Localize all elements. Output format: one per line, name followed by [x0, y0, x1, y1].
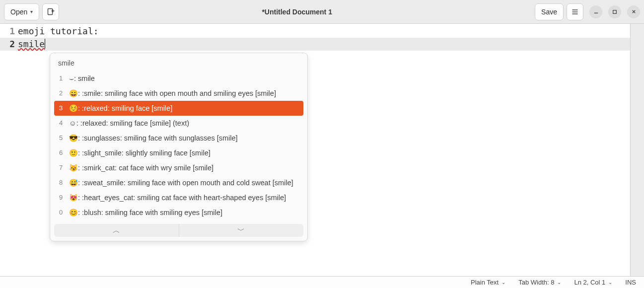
- minimize-icon: [593, 9, 599, 14]
- completion-item[interactable]: 8😅: :sweat_smile: smiling face with open…: [54, 175, 303, 190]
- chevron-down-icon: ⌄: [501, 280, 505, 285]
- hamburger-menu-button[interactable]: [567, 3, 583, 20]
- line-number: 2: [0, 38, 17, 51]
- editor-line[interactable]: smile: [17, 38, 644, 51]
- completion-item-text: 😄: :smile: smiling face with open mouth …: [69, 88, 276, 98]
- page-up-button[interactable]: ︿: [54, 224, 179, 237]
- completion-item-number: 1: [59, 73, 64, 83]
- completion-item-number: 5: [59, 133, 64, 143]
- chevron-down-icon: ﹀: [237, 226, 245, 235]
- tab-width-label: Tab Width: 8: [518, 279, 554, 286]
- statusbar: Plain Text ⌄ Tab Width: 8 ⌄ Ln 2, Col 1 …: [0, 276, 644, 288]
- svg-rect-0: [48, 8, 53, 14]
- chevron-down-icon: ⌄: [557, 280, 561, 285]
- completion-item[interactable]: 9😻: :heart_eyes_cat: smiling cat face wi…: [54, 190, 303, 205]
- page-down-button[interactable]: ﹀: [179, 224, 304, 237]
- hamburger-icon: [571, 8, 579, 16]
- window-title: *Untitled Document 1: [62, 8, 532, 16]
- syntax-mode-selector[interactable]: Plain Text ⌄: [471, 279, 505, 286]
- completion-item-number: 9: [59, 193, 64, 203]
- completion-item-text: 😊: :blush: smiling face with smiling eye…: [69, 208, 222, 217]
- insert-mode-indicator[interactable]: INS: [625, 279, 636, 286]
- completion-item-number: 0: [59, 208, 64, 217]
- completion-item-number: 8: [59, 178, 64, 188]
- completion-item-text: ⌣: smile: [69, 73, 95, 83]
- editor-line[interactable]: emoji tutorial:: [17, 25, 644, 38]
- syntax-mode-label: Plain Text: [471, 279, 499, 286]
- completion-query: smile: [54, 57, 303, 71]
- chevron-down-icon: ▾: [30, 9, 33, 14]
- new-document-icon: [47, 8, 55, 16]
- completion-item-text: 😅: :sweat_smile: smiling face with open …: [69, 178, 293, 188]
- open-button-label: Open: [10, 8, 27, 16]
- cursor-position-selector[interactable]: Ln 2, Col 1 ⌄: [574, 279, 612, 286]
- completion-item[interactable]: 7😼: :smirk_cat: cat face with wry smile …: [54, 160, 303, 175]
- save-button-label: Save: [541, 8, 557, 16]
- maximize-button[interactable]: [608, 5, 621, 18]
- scrollbar-track[interactable]: [630, 24, 644, 276]
- text-cursor: [45, 39, 45, 49]
- completion-item-text: ☺️: :relaxed: smiling face [smile]: [69, 103, 172, 113]
- completion-item[interactable]: 4☺: :relaxed: smiling face [smile] (text…: [54, 116, 303, 131]
- completion-item-text: 😎: :sunglasses: smiling face with sungla…: [69, 133, 238, 143]
- completion-item-text: 😼: :smirk_cat: cat face with wry smile […: [69, 163, 214, 173]
- completion-item[interactable]: 5😎: :sunglasses: smiling face with sungl…: [54, 131, 303, 145]
- completion-item[interactable]: 0😊: :blush: smiling face with smiling ey…: [54, 205, 303, 220]
- tab-width-selector[interactable]: Tab Width: 8 ⌄: [518, 279, 561, 286]
- completion-item[interactable]: 3☺️: :relaxed: smiling face [smile]: [54, 101, 303, 116]
- completion-item-number: 6: [59, 148, 64, 158]
- headerbar: Open ▾ *Untitled Document 1 Save: [0, 0, 644, 24]
- completion-item-text: 😻: :heart_eyes_cat: smiling cat face wit…: [69, 193, 286, 203]
- completion-item-number: 7: [59, 163, 64, 173]
- chevron-down-icon: ⌄: [608, 280, 612, 285]
- new-tab-button[interactable]: [42, 3, 59, 20]
- completion-item-text: 🙂: :slight_smile: slightly smiling face …: [69, 148, 211, 158]
- close-button[interactable]: [627, 5, 640, 18]
- completion-item-text: ☺: :relaxed: smiling face [smile] (text): [69, 118, 189, 128]
- completion-item-number: 4: [59, 118, 64, 128]
- chevron-up-icon: ︿: [113, 226, 120, 235]
- completion-item[interactable]: 2😄: :smile: smiling face with open mouth…: [54, 86, 303, 101]
- completion-item[interactable]: 1⌣: smile: [54, 71, 303, 86]
- maximize-icon: [612, 9, 617, 14]
- completion-item[interactable]: 6🙂: :slight_smile: slightly smiling face…: [54, 145, 303, 160]
- save-button[interactable]: Save: [535, 3, 564, 20]
- completion-item-number: 3: [59, 103, 64, 113]
- cursor-position-label: Ln 2, Col 1: [574, 279, 605, 286]
- open-button[interactable]: Open ▾: [4, 3, 39, 20]
- completion-item-number: 2: [59, 88, 64, 98]
- completion-pager: ︿ ﹀: [54, 224, 303, 237]
- completion-popup: smile 1⌣: smile2😄: :smile: smiling face …: [50, 53, 308, 241]
- close-icon: [631, 9, 637, 14]
- minimize-button[interactable]: [589, 5, 602, 18]
- line-number-gutter: 12: [0, 24, 17, 276]
- insert-mode-label: INS: [625, 279, 636, 286]
- svg-rect-1: [613, 10, 617, 13]
- line-number: 1: [0, 25, 17, 38]
